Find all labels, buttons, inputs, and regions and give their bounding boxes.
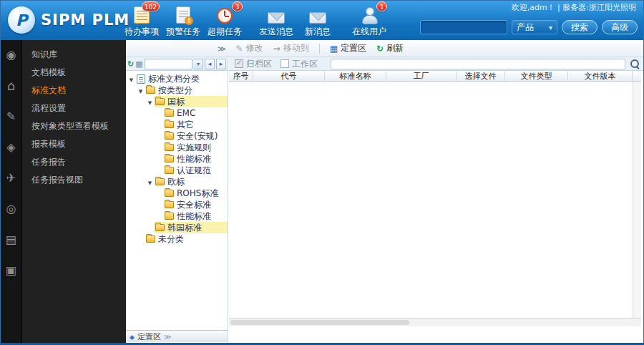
sidebar-item-report-templates[interactable]: 报表模板 (23, 135, 126, 153)
work-area-checkbox[interactable] (280, 59, 289, 68)
grid-search-input[interactable] (331, 59, 625, 69)
target-icon[interactable] (6, 203, 16, 215)
nav-overdue-label: 超期任务 (208, 26, 242, 38)
move-to-button[interactable]: 移动到 (273, 42, 309, 54)
home-icon[interactable] (7, 79, 15, 92)
tree-node-certification[interactable]: 认证规范 (126, 165, 228, 176)
fixed-zone-button[interactable]: 定置区 (330, 42, 366, 54)
col-code[interactable]: 代号 (253, 71, 325, 81)
module-icon[interactable] (6, 141, 15, 154)
app-logo[interactable]: P SIPM PLM (8, 6, 140, 34)
modify-button[interactable]: 修改 (236, 42, 263, 54)
sidebar-item-standard-docs[interactable]: 标准文档 (23, 82, 126, 99)
grid-header: 序号 代号 标准名称 工厂 选择文件 文件类型 文件版本 (229, 71, 641, 82)
send-icon[interactable] (6, 172, 16, 185)
toolbar-separator (319, 44, 320, 54)
tree-node-uncategorized[interactable]: 未分类 (126, 233, 228, 245)
grid-filter-bar: 归档区 工作区 (229, 57, 643, 71)
expander-icon[interactable] (137, 85, 145, 95)
expander-icon[interactable] (127, 74, 135, 84)
tree-node-performance-std[interactable]: 性能标准 (126, 210, 228, 222)
welcome-text: 欢迎,adm！ | 服务器:浙江阳光照明 (512, 2, 636, 13)
tree-node-label: 性能标准 (176, 210, 211, 223)
col-name[interactable]: 标准名称 (325, 71, 386, 81)
sidebar-item-task-report[interactable]: 任务报告 (23, 153, 126, 171)
tree-node-national[interactable]: 国标 (126, 96, 228, 107)
tree-node-label: EMC (176, 108, 195, 118)
tree-node-label: ROHS标准 (176, 188, 218, 200)
edit-icon[interactable] (6, 110, 16, 123)
tree-node-european[interactable]: 欧标 (126, 176, 228, 188)
nav-overdue-tasks[interactable]: 3 超期任务 (204, 4, 245, 38)
toolbar-overflow-icon[interactable] (218, 44, 226, 54)
sidebar-item-process-settings[interactable]: 流程设置 (23, 99, 126, 117)
tree-node-label: 国标 (167, 96, 185, 108)
col-file-type[interactable]: 文件类型 (505, 71, 568, 81)
fixed-zone-label: 定置区 (341, 42, 366, 54)
tree-node-safety[interactable]: 安全(安规) (126, 130, 228, 142)
search-button[interactable]: 搜索 (562, 20, 597, 34)
grid-header-filler (633, 71, 641, 81)
expander-icon[interactable] (146, 97, 154, 107)
advanced-search-button[interactable]: 高级 (602, 20, 638, 34)
communication-icon[interactable] (6, 49, 16, 62)
next-icon[interactable] (216, 59, 226, 69)
col-file[interactable]: 选择文件 (457, 71, 505, 81)
folder-icon (165, 190, 174, 197)
tree-node-label: 未分类 (157, 233, 184, 246)
tree-filter-input[interactable] (145, 59, 192, 69)
search-category-select[interactable]: 产品 (512, 20, 557, 34)
nav-new-message[interactable]: 新消息 (297, 4, 338, 38)
grid-body[interactable] (229, 82, 633, 318)
nav-todo[interactable]: 102 待办事项 (121, 4, 162, 38)
global-search-input[interactable] (420, 20, 507, 34)
sidebar-item-doc-templates[interactable]: 文档模板 (23, 64, 126, 82)
tree-view-icon[interactable] (135, 60, 142, 68)
modify-label: 修改 (246, 42, 263, 54)
folder-icon (165, 121, 174, 128)
todo-icon: 102 (134, 4, 150, 24)
tree-node-korean[interactable]: 韩国标准 (126, 222, 228, 233)
nav-send-message[interactable]: 发送消息 (255, 4, 297, 38)
tree-node-rohs[interactable]: ROHS标准 (126, 188, 228, 199)
nav-online-users[interactable]: 1 在线用户 (348, 4, 390, 38)
tree-node-implementation[interactable]: 实施规则 (126, 142, 228, 153)
grid-zone-icon (330, 44, 338, 53)
move-to-label: 移动到 (283, 42, 309, 54)
sidebar-item-view-by-type[interactable]: 按对象类型查看模板 (23, 117, 126, 135)
tree-node-by-type[interactable]: 按类型分 (126, 84, 228, 96)
fixed-zone-bar[interactable]: 定置区 (126, 330, 228, 342)
main-content: 修改 移动到 定置区 刷新 归档区 工作区 (126, 40, 643, 343)
gallery-icon[interactable] (6, 264, 16, 277)
edit-icon (236, 44, 243, 53)
prev-icon[interactable] (205, 59, 215, 69)
tree-node-root[interactable]: 标准文档分类 (126, 73, 228, 84)
tree-node-label: 安全(安规) (176, 130, 218, 142)
search-icon[interactable] (630, 59, 640, 69)
tree-node-performance[interactable]: 性能标准 (126, 153, 228, 165)
archive-area-checkbox[interactable] (235, 59, 243, 68)
tree-filter-dropdown[interactable] (194, 59, 203, 69)
standards-grid: 序号 代号 标准名称 工厂 选择文件 文件类型 文件版本 (229, 71, 641, 326)
work-area-label: 工作区 (292, 58, 318, 70)
sidebar-item-task-report-view[interactable]: 任务报告视图 (23, 171, 126, 189)
tree-node-emc[interactable]: EMC (126, 107, 228, 119)
nav-warning-tasks[interactable]: 预警任务 (162, 4, 204, 38)
horizontal-scrollbar-thumb[interactable] (230, 320, 409, 325)
collapse-icon[interactable] (164, 332, 171, 341)
refresh-button[interactable]: 刷新 (376, 42, 404, 54)
vertical-scrollbar[interactable] (633, 82, 641, 318)
expander-icon[interactable] (146, 177, 154, 187)
tree-node-safety-std[interactable]: 安全标准 (126, 199, 228, 210)
col-seq[interactable]: 序号 (229, 71, 253, 81)
tree-refresh-icon[interactable] (127, 60, 134, 68)
tree-node-label: 按类型分 (157, 84, 192, 97)
folder-icon (155, 178, 165, 185)
tree-node-other[interactable]: 其它 (126, 119, 228, 130)
horizontal-scrollbar[interactable] (229, 318, 641, 326)
sidebar-item-knowledge-base[interactable]: 知识库 (23, 46, 126, 64)
col-factory[interactable]: 工厂 (386, 71, 457, 81)
library-icon[interactable] (6, 233, 16, 246)
col-file-ver[interactable]: 文件版本 (568, 71, 633, 81)
clock-icon: 3 (217, 4, 233, 24)
